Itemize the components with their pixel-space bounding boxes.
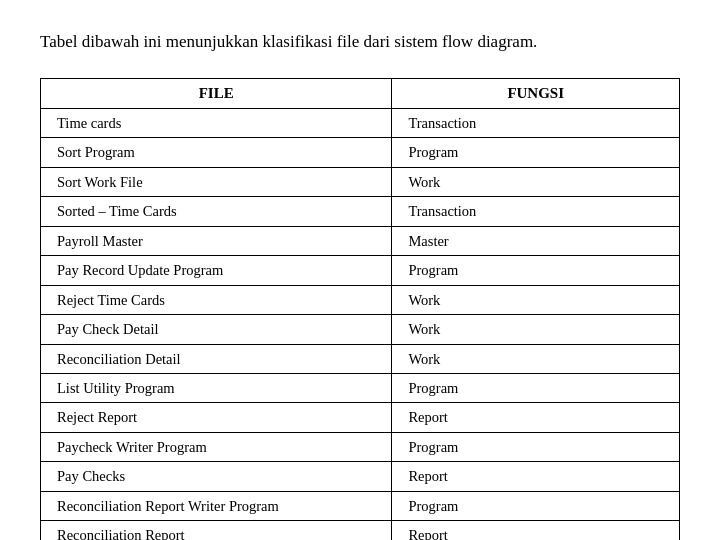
table-row: Pay Check DetailWork [41,315,680,344]
table-row: Reconciliation DetailWork [41,344,680,373]
file-cell: Reject Report [41,403,392,432]
fungsi-cell: Program [392,138,680,167]
file-cell: Sorted – Time Cards [41,197,392,226]
table-row: Reconciliation ReportReport [41,521,680,540]
table-row: Time cardsTransaction [41,108,680,137]
file-cell: Payroll Master [41,226,392,255]
col-fungsi-header: FUNGSI [392,78,680,108]
fungsi-cell: Report [392,521,680,540]
fungsi-cell: Transaction [392,197,680,226]
file-cell: Sort Program [41,138,392,167]
table-row: Reject ReportReport [41,403,680,432]
fungsi-cell: Program [392,491,680,520]
file-cell: Reconciliation Report [41,521,392,540]
fungsi-cell: Work [392,285,680,314]
fungsi-cell: Work [392,344,680,373]
fungsi-cell: Master [392,226,680,255]
fungsi-cell: Program [392,432,680,461]
file-cell: Time cards [41,108,392,137]
table-row: Reconciliation Report Writer ProgramProg… [41,491,680,520]
table-row: List Utility ProgramProgram [41,374,680,403]
fungsi-cell: Program [392,374,680,403]
table-row: Sorted – Time CardsTransaction [41,197,680,226]
table-row: Pay ChecksReport [41,462,680,491]
page-heading: Tabel dibawah ini menunjukkan klasifikas… [40,30,680,54]
file-cell: Pay Check Detail [41,315,392,344]
table-row: Reject Time CardsWork [41,285,680,314]
file-cell: Reconciliation Detail [41,344,392,373]
table-row: Sort ProgramProgram [41,138,680,167]
fungsi-cell: Report [392,403,680,432]
file-cell: Reject Time Cards [41,285,392,314]
file-cell: List Utility Program [41,374,392,403]
table-row: Pay Record Update ProgramProgram [41,256,680,285]
file-cell: Reconciliation Report Writer Program [41,491,392,520]
fungsi-cell: Work [392,167,680,196]
fungsi-cell: Work [392,315,680,344]
classification-table: FILE FUNGSI Time cardsTransactionSort Pr… [40,78,680,540]
table-row: Sort Work FileWork [41,167,680,196]
file-cell: Pay Checks [41,462,392,491]
col-file-header: FILE [41,78,392,108]
file-cell: Paycheck Writer Program [41,432,392,461]
table-row: Paycheck Writer ProgramProgram [41,432,680,461]
file-cell: Sort Work File [41,167,392,196]
fungsi-cell: Program [392,256,680,285]
table-row: Payroll MasterMaster [41,226,680,255]
file-cell: Pay Record Update Program [41,256,392,285]
fungsi-cell: Transaction [392,108,680,137]
fungsi-cell: Report [392,462,680,491]
